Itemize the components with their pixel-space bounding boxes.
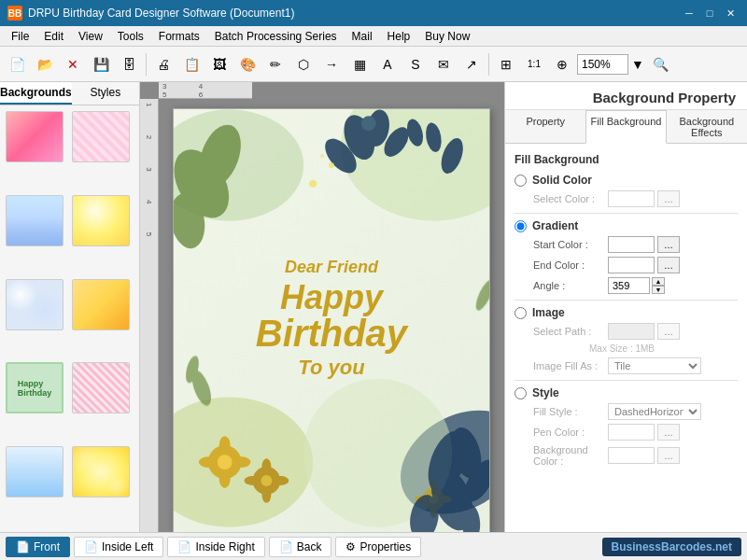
clipart-button[interactable]: 🎨: [234, 51, 261, 77]
arrow-button[interactable]: →: [318, 51, 345, 77]
angle-up-button[interactable]: ▲: [652, 277, 665, 286]
save-all-button[interactable]: 🗄: [116, 51, 142, 77]
zoom-input[interactable]: [577, 54, 628, 75]
tab-styles[interactable]: Styles: [72, 82, 139, 105]
solid-color-radio[interactable]: [514, 175, 527, 187]
tab-back-label: Back: [297, 540, 322, 553]
solid-color-browse[interactable]: …: [657, 190, 680, 207]
svg-point-26: [272, 476, 289, 485]
menu-file[interactable]: File: [4, 28, 36, 45]
wordart-button[interactable]: S: [402, 51, 429, 77]
close-button[interactable]: ✕: [721, 4, 740, 22]
image-fill-select[interactable]: Tile Stretch Center: [608, 357, 701, 374]
pencil-button[interactable]: ✏: [262, 51, 289, 77]
text-button[interactable]: A: [374, 51, 401, 77]
background-thumb-4[interactable]: [72, 195, 130, 246]
fill-style-select[interactable]: DashedHorizontal Solid Dotted: [608, 403, 701, 420]
maximize-button[interactable]: □: [700, 4, 719, 22]
background-thumb-8[interactable]: [72, 362, 130, 413]
menu-mail[interactable]: Mail: [345, 28, 380, 45]
path-display: [608, 323, 655, 340]
background-thumb-5[interactable]: [6, 279, 63, 330]
barcode-button[interactable]: ▦: [346, 51, 373, 77]
image-fill-row: Image Fill As : Tile Stretch Center: [514, 357, 738, 374]
tab-front[interactable]: 📄 Front: [6, 537, 70, 557]
grid-button[interactable]: ⊞: [493, 51, 519, 77]
angle-input[interactable]: [608, 277, 650, 294]
end-color-browse[interactable]: …: [657, 257, 680, 273]
tab-inside-right[interactable]: 📄 Inside Right: [167, 537, 264, 557]
svg-point-20: [233, 456, 251, 468]
bg-color-swatch[interactable]: [608, 447, 655, 464]
style-label: Style: [532, 386, 559, 399]
zoom-box: ▼: [577, 51, 645, 77]
image-radio[interactable]: [514, 307, 527, 319]
pen-color-swatch[interactable]: [608, 424, 655, 441]
print-button[interactable]: 🖨: [150, 51, 176, 77]
panel-title: Background Property: [505, 82, 747, 110]
inside-right-icon: 📄: [177, 540, 191, 553]
solid-color-swatch[interactable]: [608, 190, 655, 207]
tab-fill-background[interactable]: Fill Background: [585, 110, 666, 144]
back-icon: 📄: [279, 540, 293, 553]
zoom-dropdown-button[interactable]: ▼: [630, 51, 645, 77]
pen-color-label: Pen Color :: [533, 427, 608, 438]
background-thumb-10[interactable]: [72, 446, 130, 497]
main-content: Backgrounds Styles HappyBirthday 1 2 3 4…: [0, 82, 747, 532]
image-fill-label: Image Fill As :: [533, 360, 608, 371]
new-button[interactable]: 📄: [4, 51, 30, 77]
pen-color-browse[interactable]: …: [657, 424, 680, 441]
svg-point-17: [219, 436, 231, 455]
save-button[interactable]: 💾: [88, 51, 114, 77]
start-color-swatch[interactable]: [608, 236, 655, 253]
bg-color-browse[interactable]: …: [657, 447, 680, 464]
minimize-button[interactable]: ─: [680, 4, 698, 22]
email-button[interactable]: ✉: [430, 51, 457, 77]
open-button[interactable]: 📂: [32, 51, 58, 77]
tab-properties[interactable]: ⚙ Properties: [335, 537, 421, 557]
card-happy-text: Happy: [205, 281, 458, 315]
end-color-row: End Color : …: [514, 257, 738, 273]
angle-down-button[interactable]: ▼: [652, 286, 665, 294]
menu-edit[interactable]: Edit: [36, 28, 71, 45]
start-color-browse[interactable]: …: [657, 236, 680, 253]
end-color-swatch[interactable]: [608, 257, 655, 273]
ratio-button[interactable]: 1:1: [521, 51, 547, 77]
tab-backgrounds[interactable]: Backgrounds: [0, 82, 72, 105]
background-thumb-7[interactable]: HappyBirthday: [6, 362, 63, 413]
style-radio[interactable]: [514, 387, 527, 399]
svg-point-13: [309, 180, 317, 188]
image-browse[interactable]: …: [657, 323, 680, 340]
shape-button[interactable]: ⬡: [290, 51, 317, 77]
tab-inside-left[interactable]: 📄 Inside Left: [74, 537, 163, 557]
tab-back[interactable]: 📄 Back: [269, 537, 332, 557]
menu-view[interactable]: View: [71, 28, 110, 45]
image-group: Image Select Path : … Max Size : 1MB Ima…: [514, 306, 738, 374]
brand-badge: BusinessBarcodes.net: [602, 538, 741, 556]
tab-property[interactable]: Property: [505, 110, 585, 143]
svg-point-14: [329, 162, 334, 168]
preview-button[interactable]: 📋: [178, 51, 204, 77]
gradient-radio[interactable]: [514, 220, 527, 232]
background-thumb-1[interactable]: [6, 111, 63, 162]
image-button[interactable]: 🖼: [206, 51, 233, 77]
max-size-row: Max Size : 1MB: [514, 343, 738, 354]
menu-buynow[interactable]: Buy Now: [417, 28, 477, 45]
card-canvas[interactable]: Dear Friend Happy Birthday To you: [173, 108, 490, 532]
zoom-out-button[interactable]: 🔍: [647, 51, 673, 77]
menu-formats[interactable]: Formats: [151, 28, 207, 45]
background-thumb-2[interactable]: [72, 111, 130, 162]
pointer-button[interactable]: ↗: [458, 51, 485, 77]
background-thumb-9[interactable]: [6, 446, 63, 497]
menu-tools[interactable]: Tools: [110, 28, 151, 45]
tab-background-effects[interactable]: Background Effects: [667, 110, 747, 143]
divider-2: [514, 300, 738, 301]
left-panel: Backgrounds Styles HappyBirthday: [0, 82, 140, 532]
menu-batch[interactable]: Batch Processing Series: [207, 28, 345, 45]
canvas-area[interactable]: 1 2 3 4 5 6 7 1 2 3 4 5: [140, 82, 504, 532]
zoom-in-button[interactable]: ⊕: [549, 51, 575, 77]
menu-help[interactable]: Help: [380, 28, 418, 45]
background-thumb-6[interactable]: [72, 279, 130, 330]
background-thumb-3[interactable]: [6, 195, 63, 246]
close-doc-button[interactable]: ✕: [60, 51, 86, 77]
